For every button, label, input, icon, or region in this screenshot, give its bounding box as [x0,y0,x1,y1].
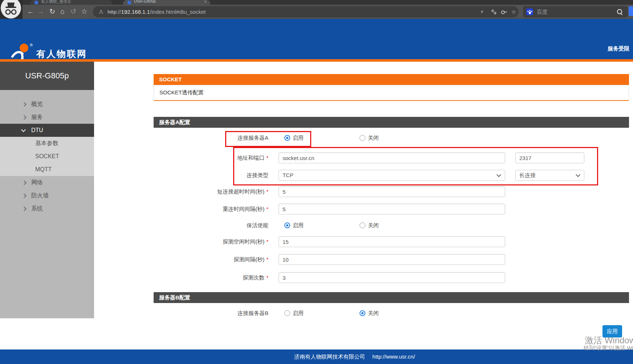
server-port-input[interactable] [515,152,584,163]
svg-text:®: ® [30,43,33,47]
service-limited-link[interactable]: 服务受限 [608,45,629,52]
home-icon[interactable]: ⌂ [57,5,68,19]
tab-close-icon[interactable]: × [204,0,207,4]
search-icon[interactable] [617,9,622,14]
tab-favicon [35,1,38,4]
form-row-connect-server-b: 连接服务器B 启用 关闭 [0,308,633,319]
reload-icon[interactable]: ↻ [47,5,57,19]
connection-type-select[interactable]: TCP [279,170,505,181]
field-label: 保活使能 [154,220,268,231]
url-path: /index.html#dtu_socket [150,9,206,15]
field-label: 连接服务器B [154,308,268,319]
field-label: 连接服务器A [154,132,268,143]
radio-keepalive-disable[interactable] [360,222,365,228]
tab-usr-cloud[interactable]: 有人物联_透传云 [30,0,112,5]
field-label: 连接类型 [154,170,268,181]
tab-label: USR-G805p [134,0,156,3]
chevron-down-icon [576,172,580,177]
form-row-connect-server-a: 连接服务器A 启用 关闭 [0,132,633,143]
form-row-probe-idle: 探测空闲时间(秒)* [0,236,633,247]
required-asterisk: * [266,188,268,195]
address-bar[interactable]: ⚠ http://192.168.1.1/index.html#dtu_sock… [93,6,519,17]
required-asterisk: * [266,206,268,212]
field-label: 探测次数* [154,272,268,283]
probe-count-input[interactable] [279,272,505,283]
radio-server-a-enable[interactable] [284,135,290,141]
server-address-input[interactable] [279,152,505,163]
page-subtitle: SOCKET透传配置 [154,85,629,101]
section-server-a-title: 服务器A配置 [154,117,629,128]
radio-server-b-enable[interactable] [284,310,290,316]
form-row-short-timeout: 短连接超时时间(秒)* [0,186,633,197]
bookmark-star-icon[interactable]: ☆ [79,5,89,19]
tab-usr-g805p[interactable]: USR-G805p × [123,0,210,5]
field-label: 短连接超时时间(秒)* [154,186,268,197]
not-secure-warning-icon[interactable]: ⚠ [99,6,104,17]
baidu-search-box[interactable]: 百度 [523,6,628,17]
url-host: 192.168.1.1 [121,9,150,15]
sidebar-item-overview[interactable]: 概览 [0,98,94,111]
page-footer: 济南有人物联网技术有限公司 http://www.usr.cn/ [0,349,633,364]
radio-label-enable[interactable]: 启用 [293,220,304,231]
password-key-icon[interactable] [501,11,507,13]
footer-site-url: http://www.usr.cn/ [372,353,415,360]
radio-server-a-disable[interactable] [360,135,365,141]
radio-label-enable[interactable]: 启用 [293,132,304,143]
form-row-probe-count: 探测次数* [0,272,633,283]
baidu-icon [526,8,533,15]
screenshot-icon[interactable] [492,10,496,14]
connection-mode-select[interactable]: 长连接 [515,170,584,181]
form-row-probe-interval: 探测间隔(秒)* [0,254,633,265]
star-icon[interactable]: ☆ [511,6,516,17]
browser-window: 有人物联_透传云 USR-G805p × ← → ↻ ⌂ ↺ ☆ ⚠ http:… [0,0,633,364]
probe-interval-input[interactable] [279,254,505,265]
incognito-icon [1,0,21,19]
radio-label-disable[interactable]: 关闭 [368,308,379,319]
orange-divider [0,59,633,62]
device-model-title: USR-G805p [0,62,94,90]
forward-icon[interactable]: → [36,5,46,19]
footer-company: 济南有人物联网技术有限公司 [294,353,365,360]
radio-label-disable[interactable]: 关闭 [368,132,379,143]
field-label: 探测间隔(秒)* [154,254,268,265]
back-icon[interactable]: ← [25,5,36,19]
field-label: 重连时间间隔(秒)* [154,204,268,214]
site-header: ® 有人物联网 工业物联网通信专家 服务受限 修改登录 [0,19,633,59]
windows-activation-watermark-sub: 转到“设置”以激活 Windows。 [584,345,633,352]
section-server-b-title: 服务器B配置 [154,292,629,303]
radio-label-disable[interactable]: 关闭 [368,220,379,231]
form-row-connection-type: 连接类型 TCP 长连接 [0,170,633,181]
form-row-reconnect-interval: 重连时间间隔(秒)* [0,204,633,214]
form-row-address-port: 地址和端口* [0,152,633,163]
url-scheme: http [107,9,117,15]
radio-label-enable[interactable]: 启用 [293,308,304,319]
required-asterisk: * [266,274,268,281]
tab-label: 有人物联_透传云 [41,0,71,4]
url-text: http://192.168.1.1/index.html#dtu_socket [107,6,206,17]
extension-icon[interactable] [629,6,633,16]
baidu-search-label: 百度 [537,6,548,17]
page-title: SOCKET [154,74,629,85]
tab-strip: 有人物联_透传云 USR-G805p × [0,0,633,5]
tab-favicon [127,1,131,4]
required-asterisk: * [266,256,268,262]
reconnect-interval-input[interactable] [279,204,505,214]
field-label: 地址和端口* [154,152,268,163]
short-timeout-input[interactable] [279,186,505,197]
chevron-down-icon [496,172,501,177]
form-row-keepalive: 保活使能 启用 关闭 [0,220,633,231]
lightning-icon[interactable]: ⚡ [480,6,484,17]
sidebar-item-service[interactable]: 服务 [0,111,94,124]
restore-icon[interactable]: ↺ [68,5,78,19]
brand-name: 有人物联网 [36,48,87,60]
required-asterisk: * [266,155,268,161]
probe-idle-input[interactable] [279,236,505,247]
required-asterisk: * [266,238,268,245]
radio-server-b-disable[interactable] [360,310,365,316]
field-label: 探测空闲时间(秒)* [154,236,268,247]
radio-keepalive-enable[interactable] [284,222,290,228]
